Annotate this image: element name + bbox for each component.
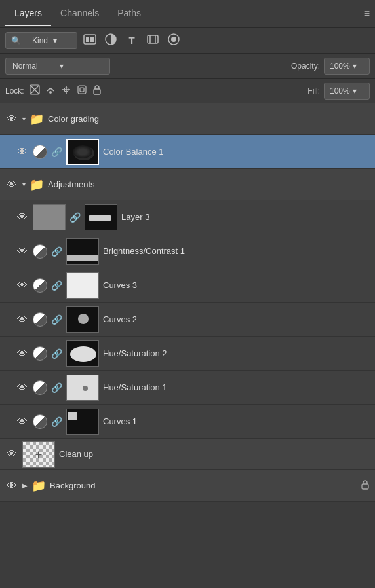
adjustments-label: Adjustments — [48, 179, 370, 189]
search-icon: 🔍 — [11, 36, 30, 45]
filter-shape-icon[interactable] — [146, 33, 160, 48]
collapse-arrow-color-grading[interactable]: ▾ — [22, 115, 26, 122]
filter-icons: T — [83, 33, 181, 48]
layer-item-curves1[interactable]: 👁 🔗 Curves 1 — [0, 405, 375, 439]
eye-icon-background[interactable]: 👁 — [5, 480, 18, 492]
opacity-label: Opacity: — [291, 62, 320, 71]
filter-adjustment-icon[interactable] — [104, 33, 118, 48]
eye-icon-color-balance-1[interactable]: 👁 — [16, 146, 29, 158]
layer-name-brightness-contrast-1: Brightness/Contrast 1 — [103, 246, 370, 256]
blend-mode-chevron: ▾ — [60, 62, 103, 71]
fill-input[interactable]: 100% ▾ — [324, 83, 370, 100]
layer-name-curves2: Curves 2 — [103, 314, 370, 324]
eye-icon-huesat1[interactable]: 👁 — [16, 382, 29, 394]
filter-smart-icon[interactable] — [167, 33, 181, 48]
opacity-value: 100% — [330, 62, 350, 71]
layer-group-adjustments[interactable]: 👁 ▾ 📁 Adjustments — [0, 169, 375, 200]
layer-item-color-balance-1[interactable]: 👁 🔗 Color Balance 1 — [0, 135, 375, 169]
folder-icon-adjustments: 📁 — [30, 177, 44, 192]
layer-item-curves3[interactable]: 👁 🔗 Curves 3 — [0, 268, 375, 303]
eye-icon-huesat2[interactable]: 👁 — [16, 348, 29, 359]
layer-item-layer3[interactable]: 👁 🔗 Layer 3 — [0, 200, 375, 234]
layer-item-curves2[interactable]: 👁 🔗 Curves 2 — [0, 303, 375, 337]
svg-point-8 — [171, 37, 176, 42]
svg-point-31 — [83, 386, 88, 391]
layer-name-cleanup: Clean up — [59, 449, 370, 459]
blend-mode-dropdown[interactable]: Normal ▾ — [5, 58, 110, 75]
eye-icon-curves3[interactable]: 👁 — [16, 280, 29, 291]
lock-position-icon[interactable] — [61, 84, 71, 97]
svg-rect-33 — [68, 412, 77, 420]
lock-pixels-icon[interactable] — [45, 84, 56, 97]
adj-icon-curves1 — [33, 414, 47, 429]
svg-point-29 — [70, 346, 96, 362]
layer-name-huesat1: Hue/Saturation 1 — [103, 382, 370, 392]
thumb-color-balance-1 — [66, 139, 99, 165]
thumb-huesat2 — [66, 340, 99, 367]
svg-rect-23 — [89, 215, 111, 221]
kind-chevron: ▾ — [53, 36, 71, 45]
chain-icon-curves2: 🔗 — [51, 314, 62, 325]
folder-icon-background: 📁 — [31, 479, 46, 493]
chain-icon-huesat2: 🔗 — [51, 348, 62, 359]
kind-dropdown[interactable]: 🔍 Kind ▾ — [5, 32, 77, 49]
tab-layers[interactable]: Layers — [5, 1, 51, 26]
fill-value: 100% — [330, 86, 350, 96]
chain-icon-curves3: 🔗 — [51, 280, 62, 291]
eye-icon-curves1[interactable]: 👁 — [16, 416, 29, 428]
thumb-curves2 — [66, 306, 99, 333]
collapse-arrow-adjustments[interactable]: ▾ — [22, 181, 26, 188]
filter-row: 🔍 Kind ▾ T — [0, 28, 375, 54]
chain-icon-layer3: 🔗 — [69, 212, 81, 223]
tabs-container: Layers Channels Paths — [5, 1, 150, 26]
eye-icon-curves2[interactable]: 👁 — [16, 314, 29, 325]
lock-artboard-icon[interactable] — [77, 84, 87, 97]
chain-icon-color-balance-1: 🔗 — [51, 147, 62, 157]
thumb-cleanup: + — [22, 441, 55, 468]
eye-icon-layer3[interactable]: 👁 — [16, 211, 29, 223]
adj-icon-curves3 — [33, 278, 47, 293]
svg-point-21 — [79, 150, 89, 156]
eye-icon-color-grading[interactable]: 👁 — [5, 113, 18, 125]
layer-item-huesat2[interactable]: 👁 🔗 Hue/Saturation 2 — [0, 337, 375, 371]
svg-rect-0 — [84, 35, 96, 44]
layer-group-color-grading[interactable]: 👁 ▾ 📁 Color grading — [0, 103, 375, 135]
lock-icons — [30, 84, 102, 97]
layer-item-huesat1[interactable]: 👁 🔗 Hue/Saturation 1 — [0, 371, 375, 405]
svg-rect-1 — [86, 37, 89, 42]
panel-menu-icon[interactable]: ≡ — [364, 8, 370, 20]
fill-label: Fill: — [307, 86, 320, 96]
tab-channels[interactable]: Channels — [51, 1, 108, 26]
filter-type-icon[interactable]: T — [125, 35, 139, 46]
lock-transparency-icon[interactable] — [30, 84, 40, 97]
lock-all-icon[interactable] — [92, 84, 102, 97]
eye-icon-cleanup[interactable]: 👁 — [5, 449, 18, 460]
adj-icon-huesat2 — [33, 346, 47, 361]
kind-label: Kind — [32, 36, 50, 45]
thumb-layer3-mask — [85, 204, 117, 230]
thumb-curves3 — [66, 272, 99, 299]
thumb-curves1 — [66, 409, 99, 435]
fill-chevron: ▾ — [353, 86, 357, 96]
layer-name-curves1: Curves 1 — [103, 416, 370, 426]
eye-icon-adjustments[interactable]: 👁 — [5, 179, 18, 191]
opacity-input[interactable]: 100% ▾ — [324, 58, 370, 75]
layer-item-cleanup[interactable]: 👁 + Clean up — [0, 439, 375, 470]
svg-point-27 — [78, 314, 89, 324]
svg-rect-18 — [94, 89, 100, 94]
svg-point-12 — [49, 91, 52, 94]
eye-icon-brightness-contrast-1[interactable]: 👁 — [16, 246, 29, 257]
filter-pixel-icon[interactable] — [83, 34, 97, 47]
background-lock-icon — [361, 479, 370, 492]
tab-paths[interactable]: Paths — [108, 1, 150, 26]
svg-rect-25 — [67, 255, 99, 261]
blend-mode-row: Normal ▾ Opacity: 100% ▾ — [0, 54, 375, 79]
opacity-section: Opacity: 100% ▾ — [115, 58, 370, 75]
layer-item-background[interactable]: 👁 ▶ 📁 Background — [0, 470, 375, 502]
lock-row: Lock: Fill: 100% ▾ — [0, 79, 375, 103]
svg-rect-34 — [362, 484, 368, 489]
thumb-huesat1 — [66, 375, 99, 401]
chain-icon-huesat1: 🔗 — [51, 382, 62, 393]
layer-item-brightness-contrast-1[interactable]: 👁 🔗 Brightness/Contrast 1 — [0, 234, 375, 268]
collapse-arrow-background[interactable]: ▶ — [22, 482, 28, 489]
